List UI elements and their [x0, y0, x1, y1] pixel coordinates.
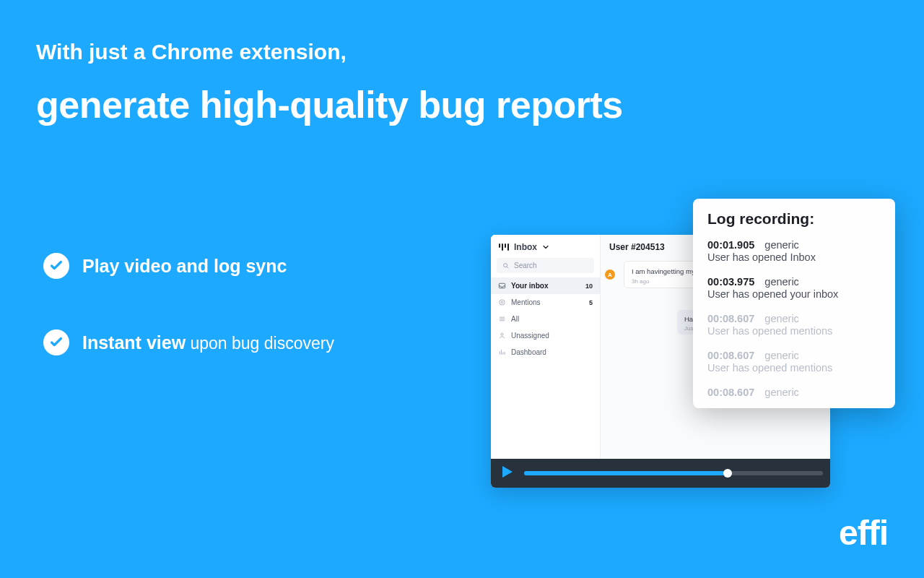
- sidebar-item-mentions[interactable]: Mentions 5: [491, 294, 600, 311]
- log-entry: 00:08.607generic User has opened mention…: [707, 350, 881, 374]
- sidebar-title: Inbox: [514, 242, 537, 252]
- search-icon: [502, 262, 510, 269]
- feature-bullet: Play video and log sync: [43, 253, 334, 279]
- feature-bullet-text: Play video and log sync: [82, 256, 287, 277]
- log-entry: 00:03.975generic User has opened your in…: [707, 276, 881, 300]
- log-entry: 00:01.905generic User has opened Inbox: [707, 239, 881, 263]
- svg-point-2: [500, 300, 505, 305]
- sidebar: Inbox Search Your inbox 10 Mentions 5: [491, 235, 601, 459]
- log-message: User has opened Inbox: [707, 251, 881, 263]
- log-timestamp: 00:08.607: [707, 313, 754, 324]
- headline-subtitle: With just a Chrome extension,: [36, 40, 346, 64]
- svg-point-0: [504, 263, 507, 267]
- sidebar-item-dashboard[interactable]: Dashboard: [491, 344, 600, 361]
- log-kind: generic: [764, 387, 799, 398]
- feature-bullets: Play video and log sync Instant view upo…: [43, 253, 334, 406]
- brand-logo: effi: [839, 513, 888, 553]
- avatar: A: [605, 269, 615, 280]
- seek-track[interactable]: [524, 471, 823, 475]
- log-kind: generic: [764, 239, 799, 251]
- log-message: User has opened mentions: [707, 325, 881, 337]
- log-panel-title: Log recording:: [707, 210, 881, 228]
- play-icon: [498, 463, 515, 480]
- log-timestamp: 00:03.975: [707, 276, 754, 288]
- sidebar-item-all[interactable]: All: [491, 311, 600, 327]
- search-placeholder: Search: [514, 262, 537, 269]
- log-timestamp: 00:08.607: [707, 350, 754, 361]
- sidebar-item-label: Dashboard: [511, 348, 546, 356]
- sidebar-header[interactable]: Inbox: [491, 235, 600, 258]
- sidebar-item-label: Your inbox: [511, 282, 548, 290]
- log-kind: generic: [764, 313, 799, 324]
- log-kind: generic: [764, 276, 799, 288]
- at-icon: [498, 298, 506, 306]
- svg-point-3: [501, 301, 503, 303]
- log-message: User has opened mentions: [707, 362, 881, 374]
- log-entry: 00:08.607generic User has opened mention…: [707, 313, 881, 337]
- log-timestamp: 00:01.905: [707, 239, 754, 251]
- seek-progress: [524, 471, 728, 475]
- search-input[interactable]: Search: [497, 258, 594, 273]
- svg-point-4: [501, 333, 503, 335]
- svg-rect-1: [499, 283, 505, 288]
- feature-bullet: Instant view upon bug discovery: [43, 329, 334, 355]
- seek-thumb[interactable]: [723, 469, 732, 478]
- chevron-down-icon: [541, 243, 550, 251]
- log-timestamp: 00:08.607: [707, 387, 754, 398]
- sidebar-item-label: Mentions: [511, 298, 541, 306]
- sidebar-item-badge: 5: [589, 299, 593, 306]
- headline-title: generate high-quality bug reports: [36, 83, 623, 126]
- check-circle-icon: [43, 329, 69, 355]
- log-kind: generic: [764, 350, 799, 361]
- stack-icon: [498, 315, 506, 323]
- feature-bullet-text: Instant view upon bug discovery: [82, 332, 334, 353]
- chart-icon: [498, 348, 506, 356]
- sidebar-item-label: All: [511, 315, 519, 323]
- sidebar-item-your-inbox[interactable]: Your inbox 10: [491, 277, 600, 294]
- waveform-icon: [498, 243, 510, 251]
- video-player-bar: [491, 459, 830, 488]
- sidebar-item-badge: 10: [585, 282, 593, 290]
- check-circle-icon: [43, 253, 69, 279]
- play-button[interactable]: [498, 463, 515, 483]
- log-entry: 00:08.607generic: [707, 387, 881, 400]
- log-message: User has opened your inbox: [707, 288, 881, 300]
- user-icon: [498, 332, 506, 340]
- inbox-icon: [498, 282, 506, 290]
- sidebar-item-unassigned[interactable]: Unassigned: [491, 327, 600, 344]
- sidebar-item-label: Unassigned: [511, 332, 549, 340]
- log-recording-panel: Log recording: 00:01.905generic User has…: [693, 199, 895, 408]
